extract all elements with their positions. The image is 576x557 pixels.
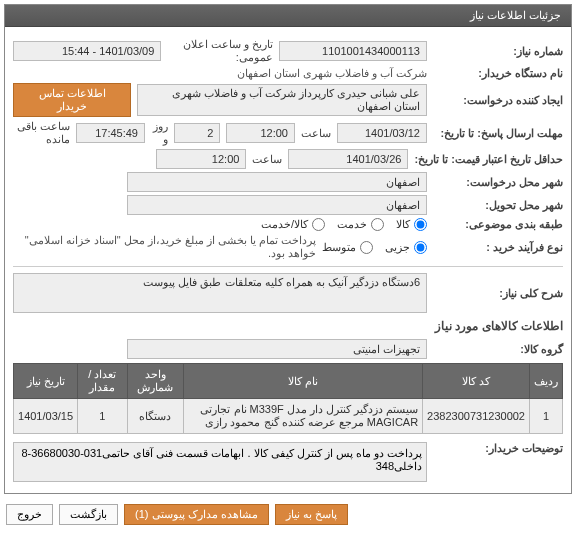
request-creator-field: علی شبانی حیدری کارپرداز شرکت آب و فاضلا… — [137, 84, 427, 116]
panel-title: جزئیات اطلاعات نیاز — [470, 9, 561, 21]
cell-code: 2382300731230002 — [423, 399, 530, 434]
category-radio-both[interactable] — [312, 218, 325, 231]
th-qty: تعداد / مقدار — [78, 364, 128, 399]
panel-header: جزئیات اطلاعات نیاز — [5, 5, 571, 27]
delivery-city-field: اصفهان — [127, 195, 427, 215]
need-desc-label: شرح کلی نیاز: — [433, 287, 563, 300]
category-radio-group: کالا خدمت کالا/خدمت — [261, 218, 427, 231]
attachments-button[interactable]: مشاهده مدارک پیوستی (1) — [124, 504, 269, 525]
cell-name: سیستم دزدگیر کنترل دار مدل M339F نام تجا… — [183, 399, 422, 434]
cell-idx: 1 — [530, 399, 563, 434]
public-date-field: 1401/03/09 - 15:44 — [13, 41, 161, 61]
need-number-label: شماره نیاز: — [433, 45, 563, 58]
category-radio-goods-label: کالا — [396, 218, 410, 231]
public-date-label: تاریخ و ساعت اعلان عمومی: — [167, 38, 272, 64]
th-name: نام کالا — [183, 364, 422, 399]
buyer-notes-textarea[interactable] — [13, 442, 427, 482]
th-code: کد کالا — [423, 364, 530, 399]
cell-date: 1401/03/15 — [14, 399, 78, 434]
procurement-radio-minor-label: جزیی — [385, 241, 410, 254]
th-date: تاریخ نیاز — [14, 364, 78, 399]
delivery-city-label: شهر محل تحویل: — [433, 199, 563, 212]
divider — [13, 266, 563, 267]
remain-time-field: 17:45:49 — [76, 123, 145, 143]
buyer-notes-label: توضیحات خریدار: — [433, 442, 563, 455]
deadline-time-field: 12:00 — [226, 123, 295, 143]
item-group-label: گروه کالا: — [433, 343, 563, 356]
need-desc-textarea[interactable] — [13, 273, 427, 313]
bottom-button-bar: پاسخ به نیاز مشاهده مدارک پیوستی (1) باز… — [0, 498, 576, 531]
need-number-field: 1101001434000113 — [279, 41, 427, 61]
category-radio-service[interactable] — [371, 218, 384, 231]
quote-until-date-field: 1401/03/26 — [288, 149, 408, 169]
category-option-both[interactable]: کالا/خدمت — [261, 218, 325, 231]
procurement-option-minor[interactable]: جزیی — [385, 241, 427, 254]
reply-button[interactable]: پاسخ به نیاز — [275, 504, 348, 525]
items-table: ردیف کد کالا نام کالا واحد شمارش تعداد /… — [13, 363, 563, 434]
cell-qty: 1 — [78, 399, 128, 434]
cell-unit: دستگاه — [127, 399, 183, 434]
buyer-org-value: شرکت آب و فاضلاب شهری استان اصفهان — [237, 67, 427, 80]
table-row: 1 2382300731230002 سیستم دزدگیر کنترل دا… — [14, 399, 563, 434]
category-radio-both-label: کالا/خدمت — [261, 218, 308, 231]
quote-until-time-field: 12:00 — [156, 149, 246, 169]
category-radio-service-label: خدمت — [337, 218, 367, 231]
quote-until-label: حداقل تاریخ اعتبار قیمت: تا تاریخ: — [414, 153, 563, 166]
remaining-label: ساعت باقی مانده — [13, 120, 70, 146]
procurement-option-medium[interactable]: متوسط — [322, 241, 373, 254]
details-panel: جزئیات اطلاعات نیاز شماره نیاز: 11010014… — [4, 4, 572, 494]
exit-button[interactable]: خروج — [6, 504, 53, 525]
procurement-radio-medium[interactable] — [360, 241, 373, 254]
category-radio-goods[interactable] — [414, 218, 427, 231]
procurement-radio-minor[interactable] — [414, 241, 427, 254]
request-creator-label: ایجاد کننده درخواست: — [433, 94, 563, 107]
category-option-service[interactable]: خدمت — [337, 218, 384, 231]
buyer-org-label: نام دستگاه خریدار: — [433, 67, 563, 80]
category-option-goods[interactable]: کالا — [396, 218, 427, 231]
request-city-field: اصفهان — [127, 172, 427, 192]
deadline-date-field: 1401/03/12 — [337, 123, 427, 143]
remain-days-field: 2 — [174, 123, 221, 143]
back-button[interactable]: بازگشت — [59, 504, 118, 525]
procurement-radio-medium-label: متوسط — [322, 241, 356, 254]
contact-buyer-button[interactable]: اطلاعات تماس خریدار — [13, 83, 131, 117]
deadline-label: مهلت ارسال پاسخ: تا تاریخ: — [433, 127, 563, 140]
category-label: طبقه بندی موضوعی: — [433, 218, 563, 231]
procurement-radio-group: جزیی متوسط — [322, 241, 427, 254]
panel-body: شماره نیاز: 1101001434000113 تاریخ و ساع… — [5, 27, 571, 493]
day-and-label: روز و — [151, 120, 168, 146]
time-label-1: ساعت — [301, 127, 331, 140]
th-unit: واحد شمارش — [127, 364, 183, 399]
th-idx: ردیف — [530, 364, 563, 399]
item-group-field: تجهیزات امنیتی — [127, 339, 427, 359]
request-city-label: شهر محل درخواست: — [433, 176, 563, 189]
items-info-title: اطلاعات کالاهای مورد نیاز — [13, 319, 563, 333]
procurement-note: پرداخت تمام یا بخشی از مبلغ خرید،از محل … — [13, 234, 316, 260]
time-label-2: ساعت — [252, 153, 282, 166]
procurement-type-label: نوع فرآیند خرید : — [433, 241, 563, 254]
